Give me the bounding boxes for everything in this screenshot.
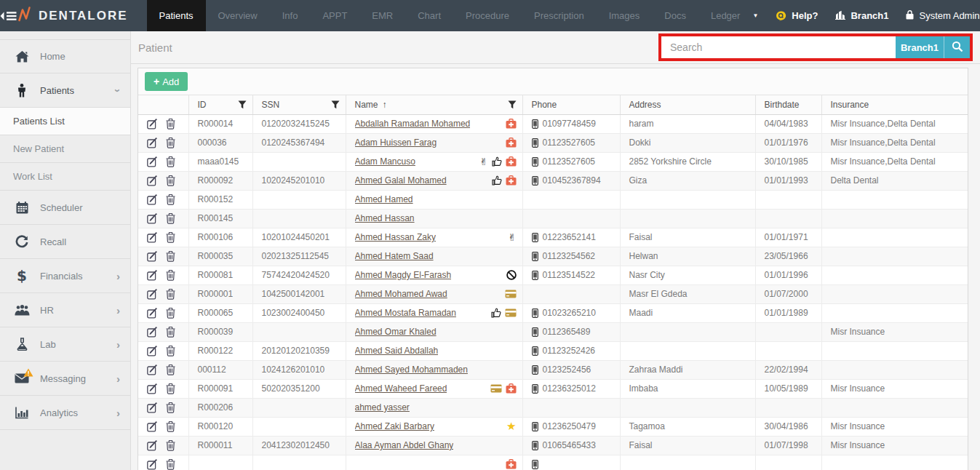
sidebar-item-home[interactable]: Home [0, 39, 130, 73]
search-button[interactable] [944, 36, 970, 58]
edit-button[interactable] [147, 383, 158, 394]
search-input[interactable] [661, 36, 896, 58]
delete-button[interactable] [166, 251, 175, 262]
sidebar-item-new-patient[interactable]: New Patient [0, 135, 130, 163]
edit-button[interactable] [147, 138, 158, 148]
edit-button[interactable] [147, 308, 158, 319]
edit-button[interactable] [147, 402, 158, 413]
delete-button[interactable] [166, 327, 175, 338]
sidebar-item-financials[interactable]: $Financials› [0, 259, 130, 293]
patient-name-link[interactable]: Alaa Ayman Abdel Ghany [355, 440, 454, 450]
search-icon [952, 41, 963, 55]
menu-item-chart[interactable]: Chart [405, 0, 453, 31]
delete-button[interactable] [166, 402, 175, 413]
branch-selector[interactable]: Branch1 [835, 10, 888, 22]
menu-item-ledger[interactable]: Ledger [698, 0, 752, 31]
patient-name-link[interactable]: Ahmed Mohamed Awad [355, 289, 447, 299]
user-menu[interactable]: System Administrator ▼ [906, 9, 980, 22]
menu-item-emr[interactable]: EMR [359, 0, 405, 31]
sidebar-item-analytics[interactable]: Analytics› [0, 396, 130, 430]
delete-button[interactable] [166, 346, 175, 357]
edit-button[interactable] [147, 232, 158, 243]
delete-button[interactable] [166, 421, 175, 432]
patient-name-link[interactable]: Ahmed Hatem Saad [355, 251, 434, 261]
delete-button[interactable] [166, 232, 175, 243]
filter-icon[interactable] [508, 100, 517, 109]
more-menu-caret-icon[interactable]: ▼ [752, 12, 758, 19]
menu-item-info[interactable]: Info [270, 0, 311, 31]
edit-button[interactable] [147, 440, 158, 451]
patient-name-link[interactable]: Ahmed Omar Khaled [355, 327, 437, 337]
menu-item-overview[interactable]: Overview [206, 0, 270, 31]
patient-name-link[interactable]: Abdallah Ramadan Mohamed [355, 119, 471, 129]
patient-name-link[interactable]: Ahmed Hassan Zaky [355, 232, 436, 242]
sidebar-item-hr[interactable]: HR› [0, 293, 130, 327]
patient-name-link[interactable]: Ahmed Said Abdallah [355, 346, 439, 356]
patient-name-link[interactable]: Ahmed Hamed [355, 194, 413, 204]
patient-name-link[interactable]: Ahmed Sayed Mohammaden [355, 365, 468, 375]
patient-name-link[interactable]: Ahmed Waheed Fareed [355, 383, 447, 394]
sidebar-collapse-icon[interactable] [0, 0, 17, 31]
delete-button[interactable] [166, 119, 175, 130]
delete-button[interactable] [166, 175, 175, 186]
patient-name-link[interactable]: Ahmed Mostafa Ramadan [355, 308, 456, 318]
edit-button[interactable] [147, 270, 158, 281]
delete-button[interactable] [166, 194, 175, 205]
delete-button[interactable] [166, 365, 175, 375]
patient-name-link[interactable]: Ahmed Magdy El-Farash [355, 270, 452, 280]
sidebar-item-messaging[interactable]: Messaging› [0, 362, 130, 396]
delete-button[interactable] [166, 156, 175, 167]
delete-button[interactable] [166, 213, 175, 224]
edit-button[interactable] [147, 365, 158, 375]
menu-item-appt[interactable]: APPT [310, 0, 359, 31]
delete-button[interactable] [166, 308, 175, 319]
menu-item-procedure[interactable]: Procedure [453, 0, 522, 31]
patient-name-link[interactable]: Adam Mancuso [355, 156, 415, 167]
app-logo[interactable]: DENTALORE [17, 0, 147, 31]
column-header-birthdate[interactable]: Birthdate [755, 95, 821, 114]
edit-button[interactable] [147, 119, 158, 130]
menu-item-patients[interactable]: Patients [147, 0, 206, 31]
edit-button[interactable] [147, 156, 158, 167]
patient-name-link[interactable]: Adam Huissen Farag [355, 138, 437, 148]
sidebar-item-recall[interactable]: Recall [0, 225, 130, 259]
delete-button[interactable] [166, 138, 175, 148]
delete-button[interactable] [166, 270, 175, 281]
filter-icon[interactable] [238, 100, 247, 109]
edit-button[interactable] [147, 421, 158, 432]
edit-button[interactable] [147, 327, 158, 338]
edit-button[interactable] [147, 459, 158, 470]
sidebar-item-lab[interactable]: Lab› [0, 327, 130, 362]
column-header-phone[interactable]: Phone [522, 95, 620, 114]
edit-button[interactable] [147, 175, 158, 186]
delete-button[interactable] [166, 383, 175, 394]
menu-item-prescription[interactable]: Prescription [522, 0, 597, 31]
edit-button[interactable] [147, 194, 158, 205]
sidebar-item-patients[interactable]: Patients› [0, 73, 130, 108]
edit-button[interactable] [147, 213, 158, 224]
patient-name-link[interactable]: Ahmed Galal Mohamed [355, 175, 447, 186]
search-branch-button[interactable]: Branch1 [896, 36, 944, 58]
column-header-insurance[interactable]: Insurance [821, 95, 968, 114]
edit-button[interactable] [147, 289, 158, 300]
column-header-id[interactable]: ID [188, 95, 252, 114]
patient-name-link[interactable]: Ahmed Zaki Barbary [355, 421, 434, 431]
edit-button[interactable] [147, 346, 158, 357]
delete-button[interactable] [166, 440, 175, 451]
sidebar-item-patients-list[interactable]: Patients List [0, 108, 130, 135]
filter-icon[interactable] [331, 100, 340, 109]
patient-name-link[interactable]: ahmed yasser [355, 402, 410, 413]
edit-button[interactable] [147, 251, 158, 262]
patient-name-link[interactable]: Ahmed Hassan [355, 213, 415, 223]
column-header-ssn[interactable]: SSN [252, 95, 346, 114]
column-header-name[interactable]: Name↑ [346, 95, 522, 114]
add-patient-button[interactable]: +Add [145, 72, 188, 91]
delete-button[interactable] [166, 459, 175, 470]
column-header-address[interactable]: Address [620, 95, 755, 114]
delete-button[interactable] [166, 289, 175, 300]
help-button[interactable]: Help? [776, 10, 818, 21]
sidebar-item-work-list[interactable]: Work List [0, 163, 130, 191]
menu-item-images[interactable]: Images [597, 0, 653, 31]
sidebar-item-scheduler[interactable]: Scheduler [0, 191, 130, 225]
menu-item-docs[interactable]: Docs [652, 0, 698, 31]
